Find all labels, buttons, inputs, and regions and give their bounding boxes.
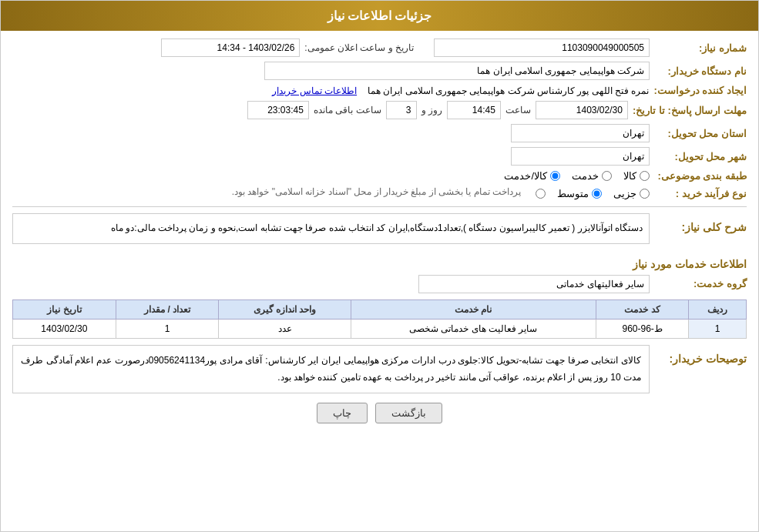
deadline-label: مهلت ارسال پاسخ: تا تاریخ: [633, 105, 747, 116]
col-name: نام خدمت [351, 299, 596, 319]
row-buyer-notes: توصیحات خریدار: کالای انتخابی صرفا جهت ت… [12, 345, 747, 394]
col-date: تاریخ نیاز [13, 299, 116, 319]
page-title: جزئیات اطلاعات نیاز [327, 9, 432, 22]
purchase-option-jozyi[interactable]: جزیی [613, 188, 650, 199]
niaaz-number-input[interactable] [434, 38, 650, 57]
col-num: ردیف [689, 299, 747, 319]
group-input[interactable] [418, 275, 650, 293]
creator-value: نمره فتح اللهی پور کارشناس شرکت هواپیمای… [368, 85, 649, 96]
content-area: شماره نیاز: تاریخ و ساعت اعلان عمومی: نا… [1, 31, 758, 439]
services-title: اطلاعات خدمات مورد نیاز [12, 258, 747, 270]
row-sharh: شرح کلی نیاز: دستگاه اتوآنالایزر ( تعمیر… [12, 213, 747, 250]
deadline-day-label: روز و [421, 105, 442, 115]
dastgaah-input[interactable] [264, 62, 650, 80]
row-creator: ایجاد کننده درخواست: نمره فتح اللهی پور … [12, 85, 747, 96]
divider-1 [12, 206, 747, 207]
purchase-note: پرداخت تمام یا بخشی از مبلغ خریدار از مح… [232, 186, 521, 197]
deadline-time-label: ساعت [505, 105, 531, 115]
category-radio-kala-khedmat[interactable] [550, 171, 560, 181]
category-radio-group: کالا خدمت کالا/خدمت [504, 170, 650, 182]
cell-unit: عدد [219, 319, 351, 338]
purchase-type-label: نوع فرآیند خرید : [654, 188, 747, 199]
row-province: استان محل تحویل: [12, 124, 747, 142]
row-group: گروه خدمت: [12, 275, 747, 293]
row-dastgaah: نام دستگاه خریدار: [12, 62, 747, 80]
buyer-notes-value: کالای انتخابی صرفا جهت تشابه-تحویل کالا:… [21, 355, 641, 383]
deadline-time-input[interactable] [447, 101, 501, 119]
province-input[interactable] [511, 124, 650, 142]
province-label: استان محل تحویل: [654, 128, 747, 139]
page-header: جزئیات اطلاعات نیاز [1, 1, 758, 31]
row-deadline: مهلت ارسال پاسخ: تا تاریخ: ساعت روز و سا… [12, 101, 747, 119]
contact-link[interactable]: اطلاعات تماس خریدار [272, 85, 357, 96]
cell-date: 1403/02/30 [13, 319, 116, 338]
action-buttons: بازگشت چاپ [12, 403, 747, 431]
purchase-label-jozyi: جزیی [613, 188, 636, 199]
purchase-radio-jozyi[interactable] [640, 189, 650, 199]
category-option-khedmat[interactable]: خدمت [572, 170, 612, 182]
deadline-remaining-label: ساعت باقی مانده [314, 105, 381, 115]
announce-label: تاریخ و ساعت اعلان عمومی: [304, 42, 414, 53]
cell-name: سایر فعالیت های خدماتی شخصی [351, 319, 596, 338]
category-label: طبقه بندی موضوعی: [654, 170, 747, 182]
category-radio-khedmat[interactable] [602, 171, 612, 181]
category-option-kala[interactable]: کالا [623, 170, 650, 182]
category-label-kala: کالا [623, 170, 636, 182]
sharh-box: دستگاه اتوآنالایزر ( تعمیر کالیبراسیون د… [12, 213, 650, 244]
row-purchase-type: نوع فرآیند خرید : جزیی متوسط پرداخت تمام… [12, 186, 747, 200]
purchase-radio-motavasset[interactable] [592, 189, 602, 199]
col-unit: واحد اندازه گیری [219, 299, 351, 319]
purchase-radio-asnad[interactable] [536, 189, 546, 199]
print-button[interactable]: چاپ [317, 403, 368, 423]
sharh-label: شرح کلی نیاز: [654, 221, 747, 233]
deadline-days-input[interactable] [386, 101, 417, 119]
category-label-kala-khedmat: کالا/خدمت [504, 170, 547, 182]
buyer-notes-box: کالای انتخابی صرفا جهت تشابه-تحویل کالا:… [12, 345, 650, 394]
sharh-value: دستگاه اتوآنالایزر ( تعمیر کالیبراسیون د… [111, 223, 643, 233]
cell-code: ط-96-960 [596, 319, 688, 338]
niaaz-number-label: شماره نیاز: [654, 42, 747, 54]
services-table-container: ردیف کد خدمت نام خدمت واحد اندازه گیری ت… [12, 299, 747, 339]
creator-label: ایجاد کننده درخواست: [653, 85, 747, 96]
table-row: 1 ط-96-960 سایر فعالیت های خدماتی شخصی ع… [13, 319, 747, 338]
purchase-label-motavasset: متوسط [557, 188, 589, 199]
col-qty: تعداد / مقدار [116, 299, 219, 319]
category-label-khedmat: خدمت [572, 170, 599, 182]
page-container: جزئیات اطلاعات نیاز شماره نیاز: تاریخ و … [0, 0, 759, 532]
dastgaah-label: نام دستگاه خریدار: [654, 65, 747, 77]
buyer-notes-label: توصیحات خریدار: [654, 353, 747, 365]
row-city: شهر محل تحویل: [12, 147, 747, 166]
purchase-option-motavasset[interactable]: متوسط [557, 188, 602, 199]
city-input[interactable] [511, 147, 650, 166]
cell-num: 1 [689, 319, 747, 338]
deadline-date-input[interactable] [536, 101, 628, 119]
group-label: گروه خدمت: [654, 278, 747, 289]
city-label: شهر محل تحویل: [654, 151, 747, 162]
deadline-remaining-input[interactable] [247, 101, 309, 119]
col-code: کد خدمت [596, 299, 688, 319]
announce-input[interactable] [161, 38, 300, 57]
back-button[interactable]: بازگشت [375, 403, 442, 423]
row-category: طبقه بندی موضوعی: کالا خدمت کالا/خدمت [12, 170, 747, 182]
purchase-option-asnad[interactable] [532, 189, 546, 199]
cell-qty: 1 [116, 319, 219, 338]
purchase-radio-group: جزیی متوسط پرداخت تمام یا بخشی از مبلغ خ… [232, 186, 650, 200]
category-radio-kala[interactable] [640, 171, 650, 181]
category-option-kala-khedmat[interactable]: کالا/خدمت [504, 170, 560, 182]
services-table: ردیف کد خدمت نام خدمت واحد اندازه گیری ت… [12, 299, 747, 339]
row-niaaz-number: شماره نیاز: تاریخ و ساعت اعلان عمومی: [12, 38, 747, 57]
